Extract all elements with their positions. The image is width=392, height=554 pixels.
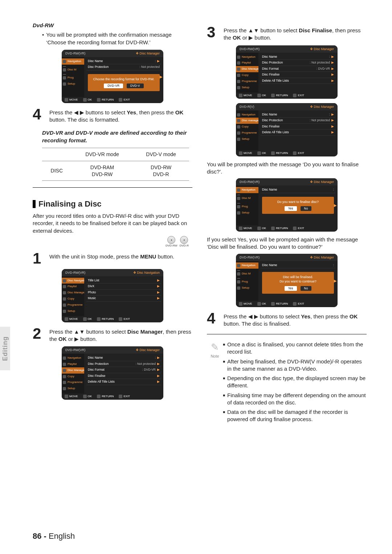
osd-header-right: ❖ Disc Manager bbox=[310, 255, 334, 260]
osd-navigation: DVD-RW(VR) ❖ Disc Navigation Disc Naviga… bbox=[62, 269, 163, 322]
osd-header-right: ❖ Disc Manager bbox=[136, 51, 160, 56]
table-row-label: DISC bbox=[42, 161, 72, 181]
dialog-text: Choose the recording format for DVD-RW. bbox=[91, 77, 157, 81]
dvdrw-bullet: • You will be prompted with the confirma… bbox=[42, 31, 192, 46]
prompt-1: You will be prompted with the message ‘D… bbox=[207, 161, 367, 176]
side-item: Prog bbox=[236, 204, 258, 210]
side-item: Navigation bbox=[236, 187, 258, 193]
side-item: Disc M bbox=[62, 67, 84, 73]
dvdrw-heading: Dvd-RW bbox=[33, 22, 192, 29]
step-4-format: 4 Press the ◀ ▶ buttons to select Yes, t… bbox=[33, 107, 192, 124]
osd-header-right: ❖ Disc Manager bbox=[136, 348, 160, 352]
left-right-icon: ◀ ▶ bbox=[74, 109, 84, 115]
finalising-intro: After you record titles onto a DVD-RW/-R… bbox=[33, 212, 192, 235]
side-item: Navigation bbox=[62, 355, 84, 361]
osd-header-left: DVD-RW(VR) bbox=[65, 51, 85, 56]
note-block: ✎ Note ■Once a disc is finalised, you ca… bbox=[207, 341, 367, 425]
side-item: Programme bbox=[236, 130, 258, 136]
osd-footer: MOVE OK RETURN EXIT bbox=[62, 97, 163, 103]
bullet-icon: • bbox=[42, 31, 44, 46]
osd-rwvr: DVD-RW(VR) ❖ Disc Manager Navigation Pla… bbox=[236, 45, 338, 99]
osd-header-left: DVD-RW(VR) bbox=[240, 180, 260, 184]
page-footer: 86 - English bbox=[33, 531, 75, 542]
side-item: Disc M bbox=[236, 271, 258, 277]
dialog-button: No bbox=[301, 286, 312, 291]
side-item: Programme bbox=[236, 78, 258, 85]
side-item: Playlist bbox=[62, 361, 84, 367]
mode-note: DVD-VR and DVD-V mode are defined accord… bbox=[42, 129, 192, 144]
square-bullet-icon: ■ bbox=[223, 359, 225, 373]
disc-badge: ●DVD-RW bbox=[166, 236, 177, 248]
osd-disc-manager: DVD-RW(VR) ❖ Disc Manager Navigation Pla… bbox=[62, 346, 163, 400]
osd-header-right: ❖ Disc Manager bbox=[310, 47, 334, 51]
divider bbox=[207, 334, 367, 334]
step-3: 3 Press the ▲▼ button to select Disc Fin… bbox=[207, 25, 367, 42]
page-number: 86 - bbox=[33, 531, 46, 541]
side-item: Programme bbox=[62, 302, 84, 308]
square-bullet-icon: ■ bbox=[223, 393, 225, 407]
dialog-button: No bbox=[301, 206, 312, 211]
disc-badges: ●DVD-RW ●DVD-R bbox=[33, 236, 189, 248]
scroll-arrow-icon: ▶ bbox=[160, 74, 163, 80]
dialog-text: Disc will be finalised. Do you want to c… bbox=[265, 275, 331, 284]
step-2: 2 Press the ▲▼ buttons to select Disc Ma… bbox=[33, 327, 192, 343]
osd-header-left: DVD-R(V) bbox=[240, 105, 254, 109]
osd-dialog: Choose the recording format for DVD-RW. … bbox=[88, 74, 160, 91]
side-item: Copy bbox=[236, 72, 258, 78]
side-item: Disc Manager bbox=[62, 290, 84, 296]
note-item: After being finalised, the DVD-RW(V mode… bbox=[227, 358, 367, 373]
disc-badge: ●DVD-R bbox=[180, 236, 189, 248]
side-item: Setup bbox=[62, 81, 84, 87]
step-1: 1 With the unit in Stop mode, press the … bbox=[33, 252, 192, 265]
dialog-button: Yes bbox=[285, 206, 297, 211]
note-item: Once a disc is finalised, you cannot del… bbox=[227, 341, 367, 356]
side-item: Disc Manager bbox=[62, 367, 84, 374]
osd-rv: DVD-R(V) ❖ Disc Manager Navigation Disc … bbox=[236, 103, 338, 156]
side-item: Programme bbox=[62, 379, 84, 386]
mode-table: DVD-VR mode DVD-V mode DISC DVD-RAMDVD-R… bbox=[42, 148, 189, 181]
side-item: Setup bbox=[62, 386, 84, 392]
side-item: Navigation bbox=[236, 54, 258, 60]
osd-header-right: ❖ Disc Manager bbox=[310, 105, 334, 109]
osd-finalise-prompt: DVD-RW(VR) ❖ Disc Manager Navigation Dis… bbox=[236, 178, 338, 232]
osd-header-left: DVD-RW(VR) bbox=[65, 270, 85, 275]
dialog-button: Yes bbox=[285, 286, 297, 291]
step-number: 1 bbox=[33, 252, 46, 265]
side-item: Setup bbox=[236, 285, 258, 291]
note-item: Finalising time may be different dependi… bbox=[227, 392, 367, 407]
up-down-icon: ▲▼ bbox=[248, 27, 259, 33]
page-language: English bbox=[49, 531, 75, 541]
scroll-arrow-icon: ▶ bbox=[334, 278, 337, 284]
heading-bar-icon bbox=[33, 200, 36, 208]
note-icon: ✎ bbox=[207, 341, 223, 354]
side-item: Prog bbox=[62, 75, 84, 81]
osd-continue-prompt: DVD-RW(VR) ❖ Disc Manager Navigation Dis… bbox=[236, 254, 338, 307]
left-right-icon: ◀ ▶ bbox=[248, 313, 258, 319]
osd-header-left: DVD-RW(VR) bbox=[240, 47, 260, 51]
left-column: Dvd-RW • You will be prompted with the c… bbox=[33, 22, 192, 425]
osd-side: Navigation Disc M Prog Setup bbox=[62, 57, 84, 97]
side-item: Playlist bbox=[236, 60, 258, 66]
side-item: Disc Manager bbox=[236, 66, 258, 72]
step-4-finalise: 4 Press the ◀ ▶ buttons to select Yes, t… bbox=[207, 311, 367, 328]
side-item: Navigation bbox=[236, 262, 258, 269]
note-item: Depending on the disc type, the displaye… bbox=[227, 375, 367, 390]
table-header: DVD-V mode bbox=[133, 148, 189, 161]
side-item: Disc Navigation bbox=[62, 278, 84, 284]
scroll-arrow-icon: ▶ bbox=[334, 203, 337, 208]
square-bullet-icon: ■ bbox=[223, 376, 225, 390]
section-side-label: Editing bbox=[1, 336, 9, 361]
side-item: Copy bbox=[62, 374, 84, 380]
dialog-button: DVD-V bbox=[127, 83, 143, 88]
dialog-button: DVD-VR bbox=[104, 83, 123, 88]
osd-header-left: DVD-RW(VR) bbox=[240, 255, 260, 260]
side-item: Playlist bbox=[62, 284, 84, 290]
table-header: DVD-VR mode bbox=[72, 148, 133, 161]
note-label: Note bbox=[207, 354, 223, 359]
side-item: Disc M bbox=[236, 195, 258, 201]
dialog-text: Do you want to finalise disc? bbox=[265, 200, 331, 204]
step-number: 4 bbox=[33, 107, 46, 121]
osd-format: DVD-RW(VR) ❖ Disc Manager Navigation Dis… bbox=[62, 50, 163, 103]
side-item: Navigation bbox=[236, 112, 258, 118]
side-item: Setup bbox=[62, 308, 84, 314]
